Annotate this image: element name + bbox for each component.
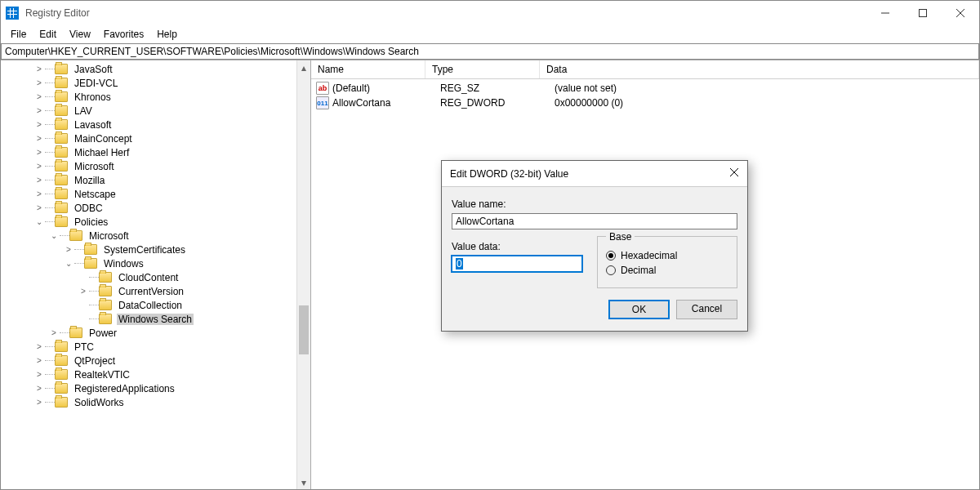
tree-item[interactable]: >MainConcept [1, 131, 310, 145]
tree-item-label: Windows [102, 258, 145, 270]
tree-scrollbar[interactable]: ▴ ▾ [296, 60, 310, 489]
titlebar: Registry Editor [1, 1, 979, 25]
value-data: (value not set) [555, 82, 974, 94]
tree-item[interactable]: >Mozilla [1, 173, 310, 187]
chevron-right-icon[interactable]: > [33, 106, 45, 115]
chevron-right-icon[interactable]: > [48, 328, 60, 337]
folder-icon [99, 300, 112, 310]
chevron-down-icon[interactable]: ⌄ [48, 231, 60, 240]
tree-item[interactable]: >ODBC [1, 201, 310, 215]
value-data-field[interactable]: 0 [452, 256, 582, 272]
chevron-right-icon[interactable]: > [33, 398, 45, 407]
menu-file[interactable]: File [4, 27, 33, 42]
radio-hexadecimal[interactable]: Hexadecimal [606, 250, 728, 261]
tree-item[interactable]: >Power [1, 326, 310, 340]
tree-item[interactable]: >RealtekVTIC [1, 368, 310, 381]
address-bar[interactable]: Computer\HKEY_CURRENT_USER\SOFTWARE\Poli… [1, 43, 979, 60]
tree-item[interactable]: CloudContent [1, 270, 310, 284]
tree-item[interactable]: >Netscape [1, 187, 310, 201]
menu-edit[interactable]: Edit [33, 27, 63, 42]
tree-item[interactable]: >QtProject [1, 354, 310, 368]
edit-dword-dialog: Edit DWORD (32-bit) Value Value name: Va… [441, 160, 748, 332]
tree-item[interactable]: >JavaSoft [1, 62, 310, 76]
folder-icon [55, 78, 68, 88]
tree-item[interactable]: >Khronos [1, 90, 310, 104]
registry-tree[interactable]: >JavaSoft>JEDI-VCL>Khronos>LAV>Lavasoft>… [1, 60, 310, 411]
tree-item[interactable]: ⌄Microsoft [1, 229, 310, 243]
value-name: AllowCortana [332, 97, 440, 109]
chevron-right-icon[interactable]: > [78, 287, 89, 296]
menu-help[interactable]: Help [150, 27, 184, 42]
tree-item[interactable]: >Michael Herf [1, 145, 310, 159]
tree-item[interactable]: ⌄Policies [1, 215, 310, 229]
menu-view[interactable]: View [63, 27, 97, 42]
header-type[interactable]: Type [425, 60, 540, 78]
tree-item-label: LAV [73, 105, 94, 117]
tree-item[interactable]: DataCollection [1, 298, 310, 312]
radio-dec-label: Decimal [621, 265, 656, 276]
chevron-right-icon[interactable]: > [33, 384, 45, 393]
dword-value-icon: 011 [316, 96, 329, 109]
value-name-field[interactable] [452, 213, 737, 229]
folder-icon [55, 64, 68, 74]
cancel-button[interactable]: Cancel [676, 300, 737, 319]
chevron-right-icon[interactable]: > [33, 65, 45, 74]
chevron-right-icon[interactable]: > [33, 189, 45, 198]
header-data[interactable]: Data [540, 60, 979, 78]
values-header: Name Type Data [311, 60, 979, 79]
tree-item-label: Michael Herf [73, 147, 131, 158]
folder-icon [55, 216, 68, 227]
tree-item[interactable]: >CurrentVersion [1, 284, 310, 298]
menu-favorites[interactable]: Favorites [97, 27, 150, 42]
folder-icon [99, 314, 112, 324]
tree-item[interactable]: >LAV [1, 104, 310, 118]
chevron-right-icon[interactable]: > [33, 120, 45, 129]
tree-item-label: Mozilla [73, 175, 106, 186]
header-name[interactable]: Name [311, 60, 425, 78]
chevron-right-icon[interactable]: > [33, 176, 45, 185]
chevron-right-icon[interactable]: > [33, 356, 45, 365]
folder-icon [55, 119, 68, 130]
tree-item[interactable]: Windows Search [1, 312, 310, 326]
maximize-button[interactable] [904, 1, 942, 25]
scroll-thumb[interactable] [299, 305, 309, 354]
tree-item-label: SystemCertificates [102, 244, 187, 256]
tree-item[interactable]: ⌄Windows [1, 256, 310, 270]
chevron-right-icon[interactable]: > [33, 370, 45, 379]
radio-decimal[interactable]: Decimal [606, 265, 728, 276]
minimize-button[interactable] [866, 1, 904, 25]
tree-item[interactable]: >SystemCertificates [1, 243, 310, 256]
window-title: Registry Editor [25, 7, 90, 19]
dialog-title: Edit DWORD (32-bit) Value [450, 168, 729, 180]
tree-item[interactable]: >PTC [1, 340, 310, 354]
ok-button[interactable]: OK [608, 300, 670, 319]
chevron-right-icon[interactable]: > [33, 92, 45, 101]
tree-item[interactable]: >Lavasoft [1, 118, 310, 131]
close-button[interactable] [942, 1, 979, 25]
chevron-right-icon[interactable]: > [33, 162, 45, 171]
base-fieldset: Base Hexadecimal Decimal [597, 236, 737, 288]
tree-item[interactable]: >SolidWorks [1, 395, 310, 409]
radio-icon [606, 265, 616, 275]
tree-item[interactable]: >RegisteredApplications [1, 381, 310, 395]
chevron-down-icon[interactable]: ⌄ [63, 259, 74, 268]
scroll-down-arrow-icon[interactable]: ▾ [297, 475, 310, 489]
scroll-up-arrow-icon[interactable]: ▴ [297, 60, 310, 74]
chevron-right-icon[interactable]: > [33, 148, 45, 157]
tree-item[interactable]: >Microsoft [1, 159, 310, 173]
tree-item[interactable]: >JEDI-VCL [1, 76, 310, 90]
value-row[interactable]: ab(Default)REG_SZ(value not set) [311, 81, 979, 96]
tree-item-label: JEDI-VCL [73, 78, 119, 89]
chevron-right-icon[interactable]: > [33, 78, 45, 87]
chevron-right-icon[interactable]: > [33, 203, 45, 212]
radio-icon [606, 251, 616, 261]
tree-item-label: PTC [73, 341, 96, 353]
chevron-down-icon[interactable]: ⌄ [33, 217, 45, 226]
chevron-right-icon[interactable]: > [63, 245, 74, 254]
chevron-right-icon[interactable]: > [33, 134, 45, 143]
chevron-right-icon[interactable]: > [33, 342, 45, 351]
value-name-label: Value name: [452, 198, 737, 210]
value-row[interactable]: 011AllowCortanaREG_DWORD0x00000000 (0) [311, 96, 979, 110]
folder-icon [55, 355, 68, 366]
dialog-close-button[interactable] [729, 167, 739, 180]
